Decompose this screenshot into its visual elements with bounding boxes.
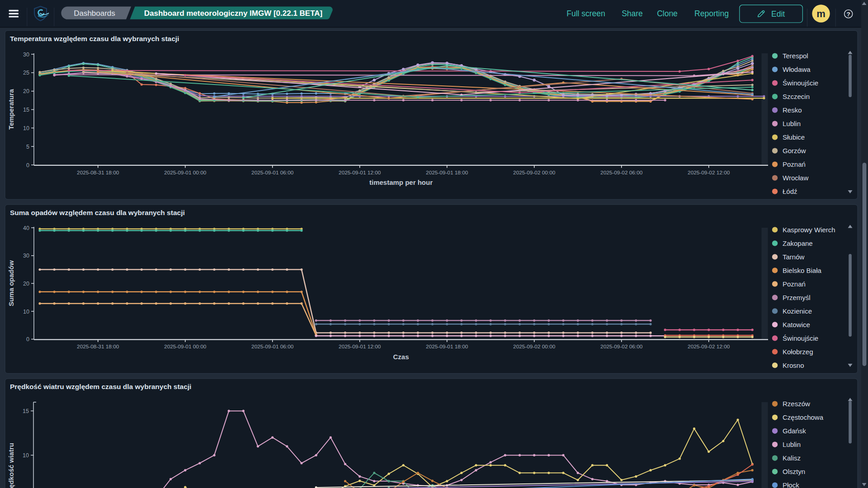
svg-text:10: 10 — [23, 309, 29, 315]
svg-text:Zakopane: Zakopane — [783, 239, 813, 247]
svg-text:Przemyśl: Przemyśl — [783, 294, 811, 301]
svg-text:Temperatura: Temperatura — [7, 89, 15, 129]
svg-text:?: ? — [847, 11, 850, 18]
svg-text:Kozienice: Kozienice — [783, 307, 812, 315]
svg-text:Terespol: Terespol — [783, 52, 808, 60]
svg-text:2025-08-31 18:00: 2025-08-31 18:00 — [77, 343, 119, 350]
svg-text:Kołobrzeg: Kołobrzeg — [783, 348, 813, 356]
svg-text:Kasprowy Wierch: Kasprowy Wierch — [783, 226, 835, 234]
svg-text:Prędkość wiatru: Prędkość wiatru — [7, 443, 15, 488]
svg-text:Szczecin: Szczecin — [783, 93, 810, 100]
svg-text:2025-09-02 00:00: 2025-09-02 00:00 — [513, 343, 556, 350]
svg-text:Poznań: Poznań — [783, 280, 806, 288]
svg-text:Suma opadów względem czasu dla: Suma opadów względem czasu dla wybranych… — [10, 209, 185, 216]
svg-text:Reporting: Reporting — [694, 9, 729, 18]
svg-text:20: 20 — [23, 88, 29, 94]
svg-text:0: 0 — [26, 162, 29, 169]
svg-text:5: 5 — [26, 144, 29, 150]
svg-text:2025-09-01 12:00: 2025-09-01 12:00 — [339, 343, 381, 350]
svg-text:20: 20 — [23, 281, 29, 287]
svg-text:Suma opadów: Suma opadów — [7, 260, 15, 306]
svg-text:Gdańsk: Gdańsk — [783, 427, 806, 435]
svg-text:Włodawa: Włodawa — [783, 66, 811, 73]
svg-text:Bielsko Biała: Bielsko Biała — [783, 267, 822, 274]
svg-text:2025-09-01 06:00: 2025-09-01 06:00 — [251, 169, 294, 176]
svg-text:Wrocław: Wrocław — [783, 174, 808, 182]
svg-text:2025-09-01 18:00: 2025-09-01 18:00 — [426, 343, 468, 350]
svg-text:25: 25 — [23, 70, 29, 76]
svg-text:Edit: Edit — [771, 9, 785, 19]
svg-text:2025-09-02 06:00: 2025-09-02 06:00 — [600, 169, 643, 176]
svg-text:Płock: Płock — [783, 481, 799, 488]
svg-text:10: 10 — [23, 125, 29, 131]
svg-text:2025-09-02 12:00: 2025-09-02 12:00 — [688, 169, 730, 176]
svg-text:Świnoujście: Świnoujście — [783, 334, 818, 342]
svg-text:Olsztyn: Olsztyn — [783, 468, 805, 475]
svg-text:2025-09-01 06:00: 2025-09-01 06:00 — [251, 343, 294, 350]
svg-text:30: 30 — [23, 253, 29, 259]
svg-text:2025-09-01 12:00: 2025-09-01 12:00 — [339, 169, 381, 176]
svg-text:timestamp per hour: timestamp per hour — [369, 178, 433, 186]
svg-text:15: 15 — [23, 107, 29, 113]
svg-text:Dashboard meteorologiczny IMGW: Dashboard meteorologiczny IMGW [0.22.1 B… — [144, 9, 323, 18]
svg-text:Świnoujście: Świnoujście — [783, 79, 818, 87]
svg-text:Temperatura względem czasu dla: Temperatura względem czasu dla wybranych… — [10, 35, 179, 42]
svg-text:Kalisz: Kalisz — [783, 454, 801, 462]
svg-text:2025-09-01 00:00: 2025-09-01 00:00 — [164, 169, 207, 176]
svg-text:Gorzów: Gorzów — [783, 147, 806, 155]
svg-text:2025-09-01 00:00: 2025-09-01 00:00 — [164, 343, 207, 350]
svg-text:Tarnów: Tarnów — [783, 253, 805, 261]
svg-text:0: 0 — [26, 336, 29, 343]
svg-text:2025-09-01 18:00: 2025-09-01 18:00 — [426, 169, 468, 176]
svg-text:10: 10 — [23, 452, 29, 459]
svg-text:Łódź: Łódź — [783, 188, 797, 195]
svg-text:Katowice: Katowice — [783, 321, 810, 328]
svg-text:Częstochowa: Częstochowa — [783, 413, 824, 421]
svg-text:Lublin: Lublin — [783, 441, 801, 448]
svg-text:15: 15 — [23, 408, 29, 414]
svg-text:Czas: Czas — [393, 353, 409, 361]
svg-text:2025-08-31 18:00: 2025-08-31 18:00 — [77, 169, 119, 176]
svg-text:Poznań: Poznań — [783, 160, 806, 168]
svg-text:Słubice: Słubice — [783, 133, 805, 141]
svg-text:40: 40 — [23, 225, 29, 231]
svg-text:Lublin: Lublin — [783, 120, 801, 127]
svg-text:Full screen: Full screen — [566, 9, 605, 18]
svg-text:Resko: Resko — [783, 106, 802, 114]
svg-text:m: m — [816, 8, 826, 19]
svg-text:Dashboards: Dashboards — [74, 9, 115, 18]
svg-text:Clone: Clone — [657, 9, 678, 18]
svg-text:Share: Share — [622, 9, 643, 18]
svg-text:Krosno: Krosno — [783, 361, 804, 369]
svg-text:30: 30 — [23, 52, 29, 58]
svg-text:2025-09-02 00:00: 2025-09-02 00:00 — [513, 169, 556, 176]
svg-text:Rzeszów: Rzeszów — [783, 400, 810, 408]
svg-text:Prędkość wiatru względem czasu: Prędkość wiatru względem czasu dla wybra… — [10, 383, 191, 390]
svg-text:2025-09-02 06:00: 2025-09-02 06:00 — [600, 343, 643, 350]
svg-text:2025-09-02 12:00: 2025-09-02 12:00 — [688, 343, 730, 350]
